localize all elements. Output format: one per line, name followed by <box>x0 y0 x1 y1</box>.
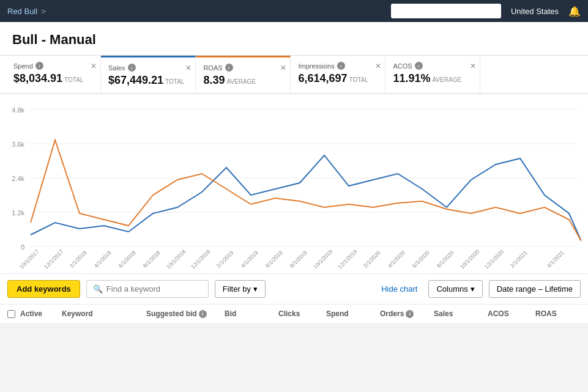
keyword-search-input[interactable] <box>106 284 198 294</box>
impressions-close-icon[interactable]: ✕ <box>375 62 381 70</box>
toolbar: Add keywords 🔍 Filter by ▾ Hide chart Co… <box>0 273 588 304</box>
metric-value-sales: $67,449.21TOTAL <box>108 74 184 87</box>
svg-text:12/1/2018: 12/1/2018 <box>190 248 211 270</box>
table-header-row: Active Keyword Suggested bid i Bid Click… <box>0 304 588 323</box>
columns-button[interactable]: Columns ▾ <box>428 280 482 298</box>
select-all-checkbox[interactable] <box>7 310 15 318</box>
metric-card-sales: Sales i ✕ $67,449.21TOTAL <box>101 56 196 93</box>
bell-icon[interactable]: 🔔 <box>568 6 581 17</box>
metric-label-acos: ACOS i ✕ <box>393 62 469 70</box>
metric-sub-spend: TOTAL <box>64 76 83 83</box>
svg-text:2/1/2021: 2/1/2021 <box>509 250 529 269</box>
page-title-bar: Bull - Manual <box>0 22 588 56</box>
orders-info-icon[interactable]: i <box>406 310 414 318</box>
add-keywords-button[interactable]: Add keywords <box>7 280 80 298</box>
spend-close-icon[interactable]: ✕ <box>91 62 97 70</box>
svg-text:6/1/2019: 6/1/2019 <box>264 250 284 269</box>
metric-card-roas: ROAS i ✕ 8.39AVERAGE <box>196 56 291 93</box>
svg-text:6/1/2020: 6/1/2020 <box>411 250 431 269</box>
svg-text:8/1/2019: 8/1/2019 <box>289 250 308 269</box>
nav-search-input[interactable] <box>391 4 501 18</box>
metric-sub-roas: AVERAGE <box>226 78 256 85</box>
metrics-row: Spend i ✕ $8,034.91TOTAL Sales i ✕ $67,4… <box>0 56 588 94</box>
svg-text:3.6k: 3.6k <box>12 141 24 148</box>
metric-value-spend: $8,034.91TOTAL <box>13 72 89 85</box>
svg-text:2/1/2018: 2/1/2018 <box>69 250 88 269</box>
svg-text:12/1/2020: 12/1/2020 <box>483 248 505 270</box>
filter-by-button[interactable]: Filter by ▾ <box>215 280 266 298</box>
region-label: United States <box>511 7 559 16</box>
col-active-label: Active <box>20 309 42 318</box>
svg-text:2.4k: 2.4k <box>12 175 24 182</box>
col-sales-label: Sales <box>434 309 453 318</box>
col-bid-label: Bid <box>225 309 236 318</box>
svg-text:10/1/2019: 10/1/2019 <box>312 248 333 270</box>
col-acos-label: ACOS <box>488 309 509 318</box>
col-header-suggested-bid: Suggested bid i <box>146 309 220 318</box>
metric-label-spend: Spend i ✕ <box>13 62 89 70</box>
col-header-keyword: Keyword <box>62 309 141 318</box>
acos-info-icon[interactable]: i <box>415 62 423 70</box>
svg-text:4.8k: 4.8k <box>12 106 24 114</box>
roas-info-icon[interactable]: i <box>225 64 233 72</box>
metric-value-impressions: 6,614,697TOTAL <box>298 72 374 85</box>
hide-chart-button[interactable]: Hide chart <box>376 281 422 297</box>
svg-text:0: 0 <box>21 243 24 251</box>
svg-text:4/1/2020: 4/1/2020 <box>387 250 406 269</box>
svg-text:2/1/2020: 2/1/2020 <box>362 250 382 269</box>
col-header-roas: ROAS <box>535 309 578 318</box>
svg-text:8/1/2020: 8/1/2020 <box>436 250 455 269</box>
impressions-info-icon[interactable]: i <box>337 62 345 70</box>
chevron-down-icon: ▾ <box>253 284 258 294</box>
breadcrumb-separator: > <box>41 7 46 16</box>
metric-label-sales: Sales i ✕ <box>108 64 184 72</box>
svg-text:2/1/2019: 2/1/2019 <box>215 250 235 269</box>
filter-by-label: Filter by <box>223 284 251 294</box>
svg-text:10/1/2018: 10/1/2018 <box>165 248 187 270</box>
col-header-spend: Spend <box>326 309 375 318</box>
spend-info-icon[interactable]: i <box>35 62 43 70</box>
date-range-button[interactable]: Date range – Lifetime <box>489 280 581 298</box>
col-header-orders: Orders i <box>380 309 429 318</box>
search-icon: 🔍 <box>93 284 103 294</box>
col-header-active: Active <box>20 309 57 318</box>
col-keyword-label: Keyword <box>62 309 93 318</box>
chevron-down-icon-cols: ▾ <box>471 284 475 294</box>
metric-sub-acos: AVERAGE <box>432 76 461 83</box>
col-orders-label: Orders <box>380 309 404 318</box>
sales-info-icon[interactable]: i <box>128 64 136 72</box>
svg-text:4/1/2018: 4/1/2018 <box>93 250 113 269</box>
metric-card-acos: ACOS i ✕ 11.91%AVERAGE <box>385 56 480 93</box>
line-chart: 4.8k 3.6k 2.4k 1.2k 0 10/1/2017 12/1/201… <box>6 100 581 272</box>
svg-text:6/1/2018: 6/1/2018 <box>117 250 137 269</box>
metric-card-spend: Spend i ✕ $8,034.91TOTAL <box>6 56 101 93</box>
svg-text:12/1/2019: 12/1/2019 <box>337 248 358 270</box>
breadcrumb-area: Red Bull > <box>7 7 46 16</box>
col-header-acos: ACOS <box>488 309 530 318</box>
metric-value-acos: 11.91%AVERAGE <box>393 72 469 85</box>
metric-label-roas: ROAS i ✕ <box>203 64 279 72</box>
svg-text:12/1/2017: 12/1/2017 <box>43 248 64 270</box>
roas-close-icon[interactable]: ✕ <box>280 64 286 72</box>
svg-text:10/1/2017: 10/1/2017 <box>18 248 40 270</box>
top-nav-right: United States 🔔 <box>391 4 581 18</box>
top-nav: Red Bull > United States 🔔 <box>0 0 588 22</box>
breadcrumb-redbull[interactable]: Red Bull <box>7 7 37 16</box>
metric-card-impressions: Impressions i ✕ 6,614,697TOTAL <box>291 56 385 93</box>
metric-value-roas: 8.39AVERAGE <box>203 74 279 87</box>
metric-label-impressions: Impressions i ✕ <box>298 62 374 70</box>
suggested-bid-info-icon[interactable]: i <box>199 310 207 318</box>
metric-sub-sales: TOTAL <box>165 78 184 85</box>
acos-close-icon[interactable]: ✕ <box>470 62 476 70</box>
chart-area: 4.8k 3.6k 2.4k 1.2k 0 10/1/2017 12/1/201… <box>0 94 588 273</box>
col-header-clicks: Clicks <box>278 309 321 318</box>
page-title: Bull - Manual <box>12 32 576 48</box>
metric-sub-impressions: TOTAL <box>349 76 368 83</box>
sales-close-icon[interactable]: ✕ <box>185 64 192 72</box>
col-spend-label: Spend <box>326 309 349 318</box>
col-header-bid: Bid <box>225 309 274 318</box>
col-roas-label: ROAS <box>535 309 557 318</box>
keyword-search-wrapper: 🔍 <box>86 280 209 298</box>
col-header-sales: Sales <box>434 309 483 318</box>
col-suggested-bid-label: Suggested bid <box>146 309 197 318</box>
